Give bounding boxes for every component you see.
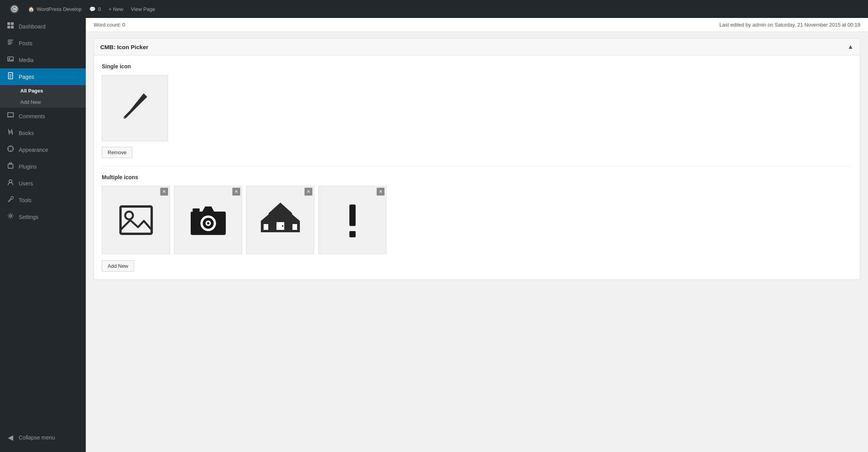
icon-tile-houses-remove[interactable]: ✕: [305, 188, 312, 196]
svg-rect-17: [120, 206, 152, 234]
multiple-icons-section: Multiple icons ✕: [102, 174, 852, 272]
sidebar-item-appearance[interactable]: Appearance: [0, 141, 86, 158]
admin-bar: W 🏠 WordPress Develop 💬 0 + New View Pag…: [0, 0, 868, 18]
sidebar-item-dashboard-label: Dashboard: [19, 23, 46, 30]
exclamation-icon: [333, 201, 372, 240]
wp-logo-button[interactable]: W: [5, 0, 24, 18]
sidebar-item-books[interactable]: Books: [0, 125, 86, 141]
svg-rect-32: [292, 224, 297, 230]
svg-text:W: W: [13, 7, 17, 11]
sidebar-item-comments-label: Comments: [19, 113, 45, 119]
comment-icon: 💬: [89, 6, 96, 12]
svg-rect-35: [349, 231, 356, 237]
icon-tile-image-remove[interactable]: ✕: [160, 188, 168, 196]
home-icon: 🏠: [28, 6, 34, 12]
pages-submenu: All Pages Add New: [0, 85, 86, 108]
sidebar-item-posts-label: Posts: [19, 40, 32, 46]
sidebar-item-tools[interactable]: Tools: [0, 192, 86, 208]
add-new-button[interactable]: Add New: [102, 260, 134, 272]
sidebar-item-plugins[interactable]: Plugins: [0, 158, 86, 175]
cmb-box-header: CMB: Icon Picker ▲: [94, 39, 860, 55]
comment-count: 0: [98, 6, 101, 12]
collapse-menu-button[interactable]: ◀ Collapse menu: [0, 429, 86, 446]
cmb-box: CMB: Icon Picker ▲ Single icon: [94, 38, 860, 280]
svg-point-28: [282, 225, 283, 227]
section-divider: [102, 166, 852, 166]
single-icon-preview: [102, 75, 168, 141]
users-icon: [6, 179, 15, 188]
sidebar-item-pages[interactable]: Pages ◀: [0, 68, 86, 85]
collapse-icon: ◀: [6, 433, 15, 442]
media-icon: [6, 55, 15, 64]
icon-tile-image: ✕: [102, 186, 170, 254]
books-icon: [6, 128, 15, 137]
cmb-box-title: CMB: Icon Picker: [100, 44, 148, 50]
dashboard-icon: [6, 22, 15, 31]
sidebar-item-posts[interactable]: Posts: [0, 35, 86, 52]
sidebar: Dashboard Posts Media Pages ◀ All Pages …: [0, 18, 86, 452]
svg-rect-8: [9, 73, 13, 79]
svg-rect-3: [11, 22, 14, 25]
svg-rect-30: [264, 224, 268, 230]
multiple-icons-label: Multiple icons: [102, 174, 852, 180]
sidebar-item-tools-label: Tools: [19, 197, 32, 203]
layout: Dashboard Posts Media Pages ◀ All Pages …: [0, 18, 868, 452]
single-icon-section: Single icon Remove: [102, 63, 852, 158]
sidebar-item-plugins-label: Plugins: [19, 164, 37, 170]
camera-icon: [189, 201, 228, 240]
tools-icon: [6, 196, 15, 205]
comments-icon: [6, 112, 15, 121]
plugins-icon: [6, 162, 15, 171]
last-edited: Last edited by admin on Saturday, 21 Nov…: [719, 22, 860, 28]
remove-button[interactable]: Remove: [102, 147, 132, 158]
svg-rect-2: [7, 22, 10, 25]
sidebar-item-users-label: Users: [19, 180, 33, 187]
content-area: Word count: 0 Last edited by admin on Sa…: [86, 18, 868, 280]
svg-point-25: [207, 222, 209, 224]
sidebar-item-appearance-label: Appearance: [19, 147, 48, 153]
cmb-collapse-button[interactable]: ▲: [847, 43, 854, 50]
icon-tile-exclamation-remove[interactable]: ✕: [377, 188, 384, 196]
icon-tile-exclamation: ✕: [318, 186, 386, 254]
comments-button[interactable]: 💬 0: [85, 0, 105, 18]
view-page-label: View Page: [131, 6, 155, 12]
sidebar-item-settings-label: Settings: [19, 214, 39, 220]
svg-rect-33: [261, 230, 300, 232]
settings-icon: [6, 212, 15, 221]
view-page-button[interactable]: View Page: [127, 0, 159, 18]
svg-marker-20: [202, 206, 214, 212]
icon-tile-camera: ✕: [174, 186, 242, 254]
multiple-icons-grid: ✕ ✕: [102, 186, 852, 254]
single-icon-label: Single icon: [102, 63, 852, 69]
icon-tile-camera-remove[interactable]: ✕: [232, 188, 240, 196]
sidebar-item-pages-label: Pages: [19, 74, 34, 80]
icon-tile-houses: ✕: [246, 186, 314, 254]
svg-rect-34: [349, 205, 356, 226]
collapse-menu-label: Collapse menu: [19, 434, 55, 441]
sidebar-item-books-label: Books: [19, 130, 34, 136]
sidebar-item-dashboard[interactable]: Dashboard: [0, 18, 86, 35]
brush-icon: [117, 90, 152, 126]
site-name: WordPress Develop: [37, 6, 81, 12]
svg-rect-21: [193, 208, 200, 212]
svg-rect-5: [11, 26, 14, 28]
main-content: Word count: 0 Last edited by admin on Sa…: [86, 18, 868, 452]
new-button[interactable]: + New: [105, 0, 127, 18]
houses-icon: [261, 201, 300, 240]
svg-point-16: [9, 215, 11, 217]
cmb-box-body: Single icon Remove: [94, 55, 860, 279]
word-count-bar: Word count: 0 Last edited by admin on Sa…: [86, 18, 868, 32]
wp-logo-icon: W: [10, 5, 19, 13]
sidebar-item-media[interactable]: Media: [0, 52, 86, 68]
sidebar-submenu-all-pages[interactable]: All Pages: [0, 85, 86, 96]
site-name-button[interactable]: 🏠 WordPress Develop: [24, 0, 85, 18]
sidebar-item-comments[interactable]: Comments: [0, 108, 86, 125]
svg-rect-14: [8, 164, 13, 168]
image-icon: [117, 201, 156, 240]
svg-rect-4: [7, 26, 10, 28]
sidebar-item-settings[interactable]: Settings: [0, 208, 86, 225]
sidebar-item-users[interactable]: Users: [0, 175, 86, 192]
sidebar-submenu-add-new[interactable]: Add New: [0, 96, 86, 108]
svg-point-18: [125, 212, 133, 219]
posts-icon: [6, 39, 15, 48]
